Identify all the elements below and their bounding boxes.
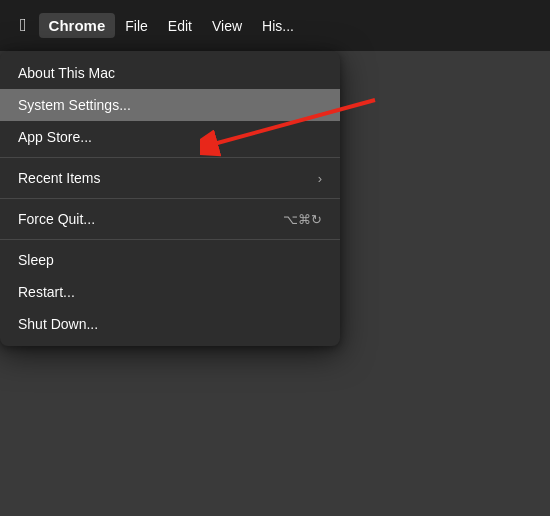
sleep-item[interactable]: Sleep bbox=[0, 244, 340, 276]
system-settings-item[interactable]: System Settings... bbox=[0, 89, 340, 121]
separator-3 bbox=[0, 239, 340, 240]
chevron-right-icon: › bbox=[318, 171, 322, 186]
sleep-label: Sleep bbox=[18, 252, 54, 268]
chrome-menu-button[interactable]: Chrome bbox=[39, 13, 116, 38]
history-menu-button[interactable]: His... bbox=[252, 14, 304, 38]
force-quit-shortcut: ⌥⌘↻ bbox=[283, 212, 322, 227]
recent-items-item[interactable]: Recent Items › bbox=[0, 162, 340, 194]
about-this-mac-item[interactable]: About This Mac bbox=[0, 57, 340, 89]
separator-1 bbox=[0, 157, 340, 158]
shut-down-item[interactable]: Shut Down... bbox=[0, 308, 340, 340]
force-quit-label: Force Quit... bbox=[18, 211, 95, 227]
restart-label: Restart... bbox=[18, 284, 75, 300]
system-settings-label: System Settings... bbox=[18, 97, 131, 113]
recent-items-label: Recent Items bbox=[18, 170, 100, 186]
app-store-label: App Store... bbox=[18, 129, 92, 145]
separator-2 bbox=[0, 198, 340, 199]
apple-dropdown-menu: About This Mac System Settings... App St… bbox=[0, 51, 340, 346]
about-this-mac-label: About This Mac bbox=[18, 65, 115, 81]
apple-menu-button[interactable]:  bbox=[8, 11, 39, 40]
force-quit-item[interactable]: Force Quit... ⌥⌘↻ bbox=[0, 203, 340, 235]
edit-menu-button[interactable]: Edit bbox=[158, 14, 202, 38]
restart-item[interactable]: Restart... bbox=[0, 276, 340, 308]
shut-down-label: Shut Down... bbox=[18, 316, 98, 332]
view-menu-button[interactable]: View bbox=[202, 14, 252, 38]
app-store-item[interactable]: App Store... bbox=[0, 121, 340, 153]
file-menu-button[interactable]: File bbox=[115, 14, 158, 38]
menu-bar:  Chrome File Edit View His... bbox=[0, 0, 550, 51]
